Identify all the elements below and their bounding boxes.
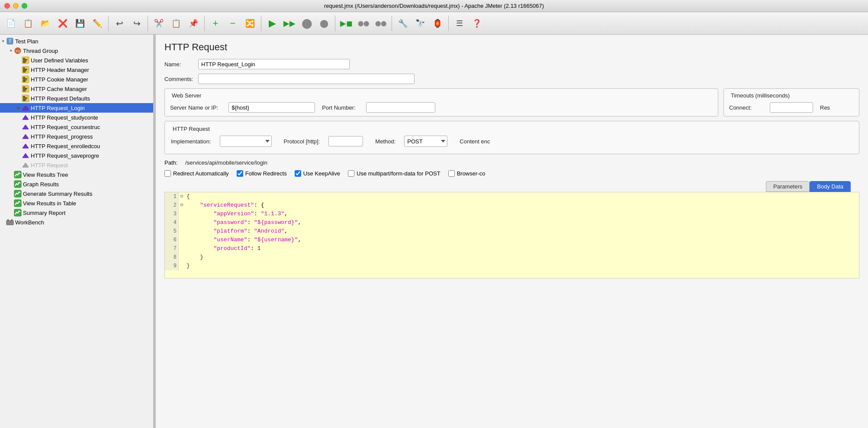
options1-button[interactable]: ⬤⬤ (355, 15, 372, 32)
method-select[interactable]: POST GET PUT DELETE HEAD (404, 136, 447, 147)
svg-rect-18 (23, 81, 26, 82)
line-collapse-2[interactable]: ⊟ (179, 201, 185, 210)
tree-label-graph-results: Graph Results (23, 181, 59, 188)
server-name-input[interactable] (228, 102, 315, 113)
follow-redirects-checkbox[interactable] (237, 170, 243, 177)
name-input[interactable] (198, 59, 350, 69)
redo-button[interactable]: ↪ (129, 15, 145, 32)
tab-body-data[interactable]: Body Data (810, 181, 851, 192)
sidebar-item-http-request-enrolledcou[interactable]: HTTP Request_enrolledcou (0, 141, 153, 151)
svg-rect-13 (23, 71, 26, 72)
tab-parameters[interactable]: Parameters (766, 181, 810, 192)
line-content-8[interactable]: } (185, 253, 203, 262)
protocol-input[interactable] (328, 136, 363, 146)
line-content-3[interactable]: "appVersion": "1.1.3", (185, 210, 288, 218)
panel-title: HTTP Request (164, 42, 859, 53)
list-button[interactable]: ☰ (451, 15, 468, 32)
paste-button[interactable]: 📌 (185, 15, 202, 32)
toolbar-separator-2 (148, 16, 148, 31)
line-content-9[interactable]: } (185, 262, 190, 270)
tree-icon-http-request-saveprogre (22, 152, 29, 159)
templates-button[interactable]: 📋 (20, 15, 36, 32)
line-content-5[interactable]: "platform": "Android", (185, 227, 288, 236)
close-button[interactable]: ❌ (55, 15, 71, 32)
sidebar-item-view-results-tree[interactable]: View Results Tree (0, 170, 153, 179)
svg-rect-21 (23, 88, 27, 89)
extra1-button[interactable]: 🏮 (429, 15, 446, 32)
sidebar-item-user-defined-variables[interactable]: User Defined Variables (0, 55, 153, 65)
add-button[interactable]: + (207, 15, 224, 32)
options2-button[interactable]: ⬤⬤ (373, 15, 389, 32)
sidebar-item-workbench[interactable]: WorkBench (0, 217, 153, 227)
help-button[interactable]: ❓ (469, 15, 485, 32)
svg-rect-5 (23, 58, 25, 59)
port-input[interactable] (366, 102, 435, 113)
sidebar-item-generate-summary-results[interactable]: Generate Summary Results (0, 189, 153, 198)
sidebar-item-http-cache-manager[interactable]: HTTP Cache Manager (0, 84, 153, 94)
sidebar-item-http-cookie-manager[interactable]: HTTP Cookie Manager (0, 75, 153, 84)
tree-label-user-defined-variables: User Defined Variables (31, 57, 88, 64)
implementation-select[interactable]: HttpClient4 Java (220, 136, 272, 147)
undo-button[interactable]: ↩ (111, 15, 128, 32)
new-button[interactable]: 📄 (3, 15, 19, 32)
tree-arrow-empty-http-cookie-manager (16, 76, 22, 82)
save-button[interactable]: 💾 (72, 15, 88, 32)
functions-button[interactable]: 🔧 (395, 15, 411, 32)
sidebar-item-http-request-login[interactable]: ▶HTTP Request_Login (0, 103, 153, 113)
help-binoculars-button[interactable]: 🔭 (412, 15, 428, 32)
line-content-4[interactable]: "password": "${password}", (185, 218, 301, 227)
close-window-button[interactable] (4, 3, 10, 9)
tree-arrow-empty-http-request-coursestruc (16, 124, 22, 130)
run-remote-button[interactable]: ▶◼ (338, 15, 354, 32)
sidebar-item-summary-report[interactable]: Summary Report (0, 208, 153, 217)
comments-input[interactable] (198, 74, 415, 84)
stop-button[interactable]: ⬤ (299, 15, 315, 32)
remove-button[interactable]: − (225, 15, 241, 32)
svg-rect-35 (7, 219, 9, 221)
browser-compat-checkbox[interactable] (448, 170, 455, 177)
tree-label-http-request-plain: HTTP Request (31, 162, 68, 169)
svg-rect-15 (23, 77, 25, 78)
line-content-1[interactable]: { (185, 192, 190, 201)
method-label: Method: (375, 138, 395, 145)
code-editor[interactable]: 1 ⊟ { 2 ⊟ "serviceRequest": { 3 "appVers… (164, 192, 859, 279)
sidebar-item-test-plan[interactable]: ▾TTest Plan (0, 36, 153, 46)
sidebar-item-thread-group[interactable]: ▾TGThread Group (0, 46, 153, 55)
tree-icon-thread-group: TG (14, 47, 22, 55)
sidebar-item-view-results-in-table[interactable]: View Results in Table (0, 198, 153, 208)
edit-button[interactable]: ✏️ (89, 15, 106, 32)
sidebar-item-http-request-coursestruc[interactable]: HTTP Request_coursestruc (0, 122, 153, 132)
run-no-pause-button[interactable]: ▶▶ (281, 15, 298, 32)
sidebar-item-http-request-progress[interactable]: HTTP Request_progress (0, 132, 153, 141)
tree-label-http-request-coursestruc: HTTP Request_coursestruc (31, 124, 100, 130)
connect-input[interactable] (770, 102, 813, 113)
sidebar-item-http-request-studyconte[interactable]: HTTP Request_studyconte (0, 113, 153, 122)
svg-rect-22 (23, 89, 26, 90)
run-button[interactable]: ▶ (264, 15, 280, 32)
maximize-window-button[interactable] (22, 3, 27, 9)
tree-arrow-empty-http-header-manager (16, 67, 22, 73)
sidebar-item-http-request-defaults[interactable]: HTTP Request Defaults (0, 94, 153, 103)
sidebar-item-http-request-saveprogre[interactable]: HTTP Request_saveprogre (0, 151, 153, 160)
shutdown-button[interactable]: ⬤ (316, 15, 332, 32)
toolbar-separator-6 (392, 16, 392, 31)
minimize-window-button[interactable] (13, 3, 19, 9)
tree-label-generate-summary-results: Generate Summary Results (23, 191, 92, 197)
open-button[interactable]: 📂 (37, 15, 54, 32)
tree-label-summary-report: Summary Report (23, 210, 65, 216)
cut-button[interactable]: ✂️ (151, 15, 167, 32)
copy-button[interactable]: 📋 (168, 15, 184, 32)
sidebar-item-graph-results[interactable]: Graph Results (0, 179, 153, 189)
content-panel: HTTP Request Name: Comments: Web Server … (156, 35, 868, 428)
line-collapse-1[interactable]: ⊟ (179, 192, 185, 201)
line-content-7[interactable]: "productId": 1 (185, 244, 261, 253)
sidebar-item-http-header-manager[interactable]: HTTP Header Manager (0, 65, 153, 75)
redirect-auto-checkbox[interactable] (164, 170, 171, 177)
http-request-legend: HTTP Request (171, 126, 853, 132)
use-keepalive-checkbox[interactable] (295, 170, 301, 177)
line-content-2[interactable]: "serviceRequest": { (185, 201, 264, 210)
sidebar-item-http-request-plain[interactable]: HTTP Request (0, 160, 153, 170)
browse-button[interactable]: 🔀 (242, 15, 258, 32)
use-multipart-checkbox[interactable] (348, 170, 354, 177)
line-content-6[interactable]: "userName": "${username}", (185, 236, 301, 244)
